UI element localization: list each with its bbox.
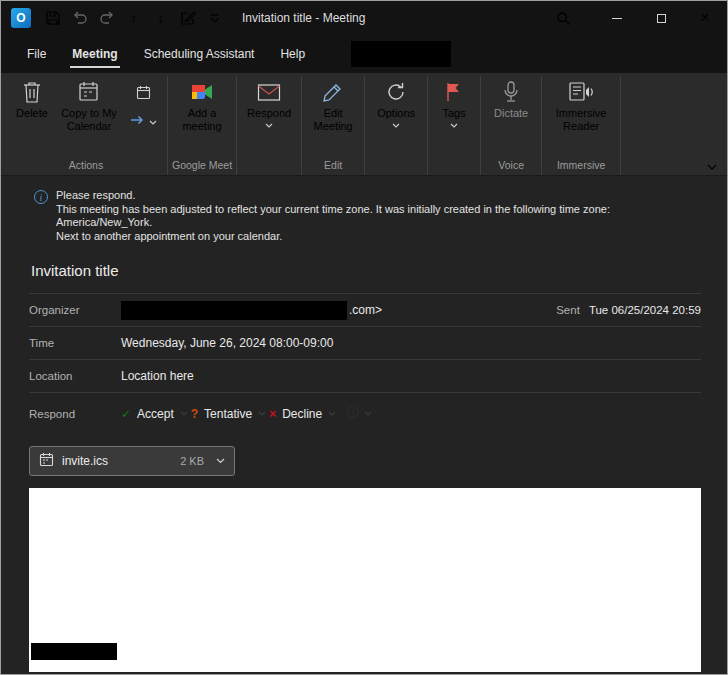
decline-button[interactable]: × Decline <box>269 401 336 427</box>
meeting-notes-button[interactable] <box>136 85 151 103</box>
sent-value: Tue 06/25/2024 20:59 <box>589 304 701 316</box>
flag-tag-icon <box>444 77 464 107</box>
collapse-ribbon-chevron-icon[interactable] <box>707 164 717 170</box>
outlook-meeting-window: O ↑ ↓ Invitation title - Meeting × F <box>0 0 728 675</box>
ribbon: Delete Copy to My Calendar <box>1 73 727 175</box>
chevron-down-icon <box>258 411 266 416</box>
sent-label: Sent <box>556 304 580 316</box>
tentative-button[interactable]: ? Tentative <box>191 401 266 427</box>
redacted-tab-area <box>351 41 451 67</box>
check-icon: ✓ <box>121 408 131 420</box>
redacted-organizer-email <box>121 301 347 320</box>
clock-icon <box>346 405 360 422</box>
tab-meeting[interactable]: Meeting <box>72 35 117 73</box>
ribbon-group-actions: Delete Copy to My Calendar <box>5 76 168 175</box>
tab-scheduling-assistant[interactable]: Scheduling Assistant <box>144 35 255 73</box>
meeting-fields: Organizer .com> Sent Tue 06/25/2024 20:5… <box>29 293 701 434</box>
actions-small-buttons <box>123 77 163 157</box>
immersive-reader-button[interactable]: Immersive Reader <box>546 77 616 157</box>
attachment-tile[interactable]: invite.ics 2 KB <box>29 446 235 476</box>
info-line-4: Next to another appointment on your cale… <box>56 230 610 244</box>
group-label-respond <box>241 157 297 175</box>
chevron-down-icon <box>149 111 157 129</box>
ribbon-group-google-meet: Add a meeting Google Meet <box>168 76 237 175</box>
mini-calendar-icon <box>136 85 151 104</box>
save-icon[interactable] <box>39 5 66 32</box>
info-text: Please respond. This meeting has been ad… <box>56 189 610 243</box>
info-bar: i Please respond. This meeting has been … <box>1 176 727 252</box>
location-value: Location here <box>121 369 701 383</box>
close-icon: × <box>700 10 709 26</box>
chevron-down-icon <box>180 411 188 416</box>
accept-button[interactable]: ✓ Accept <box>121 401 188 427</box>
forward-arrow-icon <box>130 111 145 129</box>
previous-item-icon[interactable]: ↑ <box>120 5 147 32</box>
undo-icon[interactable] <box>66 5 93 32</box>
ribbon-group-tags: Tags <box>428 76 481 175</box>
group-label-tags <box>432 157 476 175</box>
organizer-value: .com> Sent Tue 06/25/2024 20:59 <box>121 301 701 320</box>
meeting-content: i Please respond. This meeting has been … <box>1 175 727 674</box>
organizer-email-suffix: .com> <box>349 303 382 317</box>
maximize-button[interactable] <box>639 1 683 35</box>
search-icon[interactable] <box>545 1 581 35</box>
propose-new-time-button[interactable] <box>339 401 379 427</box>
chevron-down-icon <box>364 411 372 416</box>
outlook-app-icon: O <box>11 8 31 28</box>
tab-help[interactable]: Help <box>280 35 305 73</box>
chevron-down-icon[interactable] <box>216 458 225 464</box>
chevron-down-icon <box>450 123 458 128</box>
calendar-copy-icon <box>77 77 101 107</box>
time-value: Wednesday, June 26, 2024 08:00-09:00 <box>121 336 701 350</box>
tags-button[interactable]: Tags <box>432 77 476 157</box>
dictate-button[interactable]: Dictate <box>485 77 537 157</box>
immersive-reader-icon <box>568 77 594 107</box>
microphone-icon <box>502 77 520 107</box>
ribbon-group-voice: Dictate Voice <box>481 76 542 175</box>
respond-button[interactable]: Respond <box>241 77 297 157</box>
edit-meeting-button[interactable]: Edit Meeting <box>306 77 360 157</box>
titlebar: O ↑ ↓ Invitation title - Meeting × <box>1 1 727 35</box>
message-body[interactable] <box>29 488 701 672</box>
time-row: Time Wednesday, June 26, 2024 08:00-09:0… <box>29 326 701 359</box>
outlook-logo-letter: O <box>16 11 25 25</box>
group-label-immersive: Immersive <box>546 157 616 175</box>
chevron-down-icon <box>265 123 273 128</box>
minimize-icon <box>612 18 622 19</box>
close-button[interactable]: × <box>683 1 727 35</box>
copy-to-my-calendar-button[interactable]: Copy to My Calendar <box>55 77 123 157</box>
next-item-icon[interactable]: ↓ <box>147 5 174 32</box>
redo-icon[interactable] <box>93 5 120 32</box>
ics-calendar-icon <box>39 452 54 471</box>
respond-row: Respond ✓ Accept ? Tentative <box>29 392 701 434</box>
compose-icon[interactable] <box>174 5 201 32</box>
organizer-label: Organizer <box>29 304 121 316</box>
add-a-meeting-button[interactable]: Add a meeting <box>172 77 232 157</box>
info-line-1: Please respond. <box>56 189 610 203</box>
window-controls: × <box>545 1 727 35</box>
ribbon-group-immersive: Immersive Reader Immersive <box>542 76 621 175</box>
trash-icon <box>22 77 42 107</box>
info-line-2: This meeting has been adjusted to reflec… <box>56 203 610 217</box>
tab-file[interactable]: File <box>27 35 46 73</box>
time-label: Time <box>29 337 121 349</box>
attachment-name: invite.ics <box>62 454 108 468</box>
envelope-icon <box>257 77 281 107</box>
ribbon-group-edit: Edit Meeting Edit <box>302 76 365 175</box>
delete-button[interactable]: Delete <box>9 77 55 157</box>
minimize-button[interactable] <box>595 1 639 35</box>
sync-arrows-icon <box>385 77 407 107</box>
attachment-size: 2 KB <box>180 455 204 467</box>
options-button[interactable]: Options <box>369 77 423 157</box>
group-label-google-meet: Google Meet <box>172 157 232 175</box>
group-label-actions: Actions <box>9 157 163 175</box>
info-line-3: America/New_York. <box>56 216 610 230</box>
forward-button[interactable] <box>130 111 157 129</box>
location-label: Location <box>29 370 121 382</box>
sent-info: Sent Tue 06/25/2024 20:59 <box>556 304 701 316</box>
google-meet-icon <box>190 77 214 107</box>
chevron-down-icon <box>328 411 336 416</box>
customize-toolbar-chevron-icon[interactable] <box>201 5 228 32</box>
group-label-voice: Voice <box>485 157 537 175</box>
chevron-down-icon <box>392 123 400 128</box>
